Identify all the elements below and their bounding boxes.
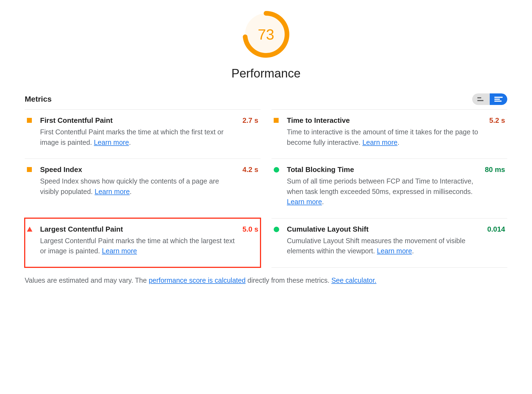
metric-description-text: Cumulative Layout Shift measures the mov… <box>287 237 465 255</box>
metric-description: Largest Contentful Paint marks the time … <box>40 236 238 256</box>
footer-note: Values are estimated and may vary. The p… <box>25 275 507 286</box>
period: . <box>322 198 324 206</box>
metric-title: Cumulative Layout Shift <box>287 225 483 234</box>
learn-more-link[interactable]: Learn more <box>362 138 397 146</box>
metric-value: 2.7 s <box>242 116 258 148</box>
view-compact-icon <box>477 97 485 101</box>
learn-more-link[interactable]: Learn more <box>287 198 322 206</box>
gauge-score: 73 <box>243 11 289 58</box>
circle-icon <box>274 167 279 173</box>
period: . <box>397 138 399 146</box>
metric-title: Time to Interactive <box>287 116 485 125</box>
metric-card: Total Blocking TimeSum of all time perio… <box>271 159 507 218</box>
metric-body: Cumulative Layout ShiftCumulative Layout… <box>287 225 483 256</box>
period: . <box>412 247 414 255</box>
footer-text: Values are estimated and may vary. The <box>25 276 149 284</box>
svg-rect-4 <box>494 97 503 98</box>
metric-status-icon <box>27 118 33 148</box>
metric-title: Largest Contentful Paint <box>40 225 238 234</box>
footer-link-calculator[interactable]: See calculator. <box>331 276 376 284</box>
svg-rect-6 <box>494 101 502 102</box>
view-compact-button[interactable] <box>472 93 490 105</box>
footer-text-mid: directly from these metrics. <box>246 276 332 284</box>
metrics-heading: Metrics <box>25 95 52 104</box>
metric-status-icon <box>274 227 280 256</box>
metric-title: First Contentful Paint <box>40 116 238 125</box>
circle-icon <box>274 227 279 232</box>
metric-status-icon <box>274 118 280 148</box>
metric-value: 4.2 s <box>242 165 258 207</box>
footer-link-score[interactable]: performance score is calculated <box>149 276 246 284</box>
metric-body: Speed IndexSpeed Index shows how quickly… <box>40 165 238 207</box>
learn-more-link[interactable]: Learn more <box>95 188 130 195</box>
metric-card: Largest Contentful PaintLargest Contentf… <box>25 218 261 267</box>
metric-card: Time to InteractiveTime to interactive i… <box>271 109 507 159</box>
svg-rect-2 <box>477 97 481 98</box>
metric-card: First Contentful PaintFirst Contentful P… <box>25 109 261 159</box>
metric-description-text: Sum of all time periods between FCP and … <box>287 177 473 195</box>
metric-status-icon <box>274 167 280 207</box>
svg-rect-3 <box>477 100 483 101</box>
metric-value: 5.2 s <box>489 116 505 148</box>
square-icon <box>27 118 32 123</box>
metric-value: 5.0 s <box>242 225 258 256</box>
metric-body: Total Blocking TimeSum of all time perio… <box>287 165 480 207</box>
metric-description: Speed Index shows how quickly the conten… <box>40 176 238 197</box>
metric-card: Speed IndexSpeed Index shows how quickly… <box>25 159 261 218</box>
metric-description: Cumulative Layout Shift measures the mov… <box>287 236 483 256</box>
metric-description: Sum of all time periods between FCP and … <box>287 176 480 207</box>
period: . <box>130 188 132 195</box>
period: . <box>129 138 131 146</box>
metric-description-text: Largest Contentful Paint marks the time … <box>40 237 235 255</box>
metric-body: Time to InteractiveTime to interactive i… <box>287 116 485 148</box>
metric-title: Total Blocking Time <box>287 165 480 174</box>
metric-description: First Contentful Paint marks the time at… <box>40 127 238 148</box>
square-icon <box>27 167 32 172</box>
view-expanded-button[interactable] <box>490 93 507 105</box>
metric-value: 0.014 <box>487 225 505 256</box>
square-icon <box>274 118 279 123</box>
metric-status-icon <box>27 167 33 207</box>
learn-more-link[interactable]: Learn more <box>102 247 137 255</box>
view-toggle <box>472 93 507 105</box>
svg-rect-5 <box>494 99 500 100</box>
triangle-icon <box>27 227 32 232</box>
learn-more-link[interactable]: Learn more <box>377 247 412 255</box>
gauge-title: Performance <box>231 66 301 80</box>
metric-status-icon <box>27 227 33 256</box>
metric-card: Cumulative Layout ShiftCumulative Layout… <box>271 218 507 267</box>
metric-title: Speed Index <box>40 165 238 174</box>
view-expanded-icon <box>494 97 503 102</box>
metric-value: 80 ms <box>485 165 505 207</box>
performance-gauge: 73 Performance <box>25 11 507 80</box>
learn-more-link[interactable]: Learn more <box>94 138 129 146</box>
metric-description: Time to interactive is the amount of tim… <box>287 127 485 148</box>
metric-description-text: First Contentful Paint marks the time at… <box>40 128 223 146</box>
metric-body: First Contentful PaintFirst Contentful P… <box>40 116 238 148</box>
metric-body: Largest Contentful PaintLargest Contentf… <box>40 225 238 256</box>
